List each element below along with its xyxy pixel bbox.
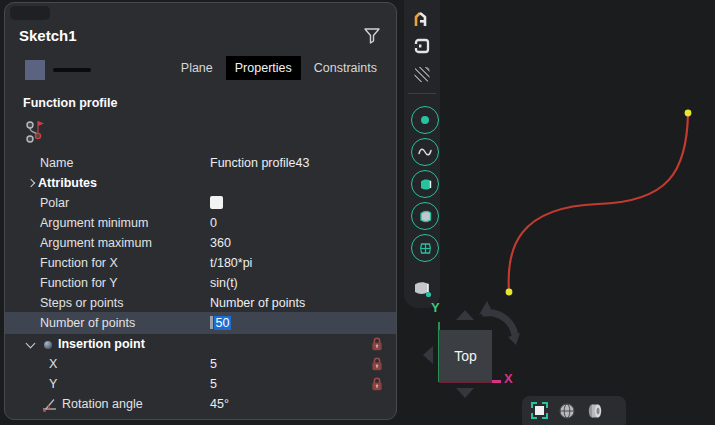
- property-label: Steps or points: [40, 293, 123, 313]
- view-toolbar: [522, 396, 626, 425]
- hatch-tool-button[interactable]: [415, 67, 430, 82]
- property-value[interactable]: 360: [210, 233, 231, 253]
- function-profile-icon: [25, 119, 47, 148]
- tab-properties[interactable]: Properties: [226, 56, 301, 80]
- row-argument-minimum[interactable]: Argument minimum 0: [5, 213, 396, 233]
- toolbar-divider: [408, 93, 436, 94]
- zoom-fit-button[interactable]: [531, 402, 549, 420]
- view-mode-button[interactable]: [585, 402, 603, 420]
- sketch-tool-column: [404, 0, 440, 308]
- journal-tool-button[interactable]: [413, 37, 431, 58]
- line-style-preview[interactable]: [53, 68, 91, 72]
- property-label: Rotation angle: [62, 394, 143, 414]
- filter-button[interactable]: [362, 26, 382, 48]
- row-y[interactable]: Y 5: [5, 374, 396, 394]
- journal-icon: [413, 37, 431, 55]
- surface-tool-button[interactable]: [411, 202, 439, 230]
- number-of-points-input[interactable]: 50: [210, 312, 231, 334]
- row-attributes[interactable]: Attributes: [5, 173, 396, 193]
- steps-dropdown-value[interactable]: Number of points: [210, 293, 305, 313]
- property-label: Function for Y: [40, 273, 118, 293]
- row-steps-or-points[interactable]: Steps or points Number of points: [5, 293, 396, 313]
- function-profile-tool-button[interactable]: [411, 138, 439, 166]
- zoom-fit-icon: [535, 406, 544, 415]
- sine-wave-icon: [416, 143, 434, 161]
- curve-end-point[interactable]: [685, 110, 692, 117]
- property-label: X: [49, 354, 57, 374]
- row-rotation-angle[interactable]: Rotation angle 45°: [5, 394, 396, 414]
- property-label: Function for X: [40, 253, 118, 273]
- property-label: Polar: [40, 193, 69, 213]
- view-cube-label: Top: [454, 348, 477, 364]
- axis-x-line: [439, 381, 492, 383]
- properties-panel: Sketch1 Plane Properties Constraints Fun…: [4, 2, 397, 420]
- property-value[interactable]: sin(t): [210, 273, 238, 293]
- chevron-right-icon[interactable]: [27, 179, 35, 187]
- function-curve-path[interactable]: [509, 113, 688, 292]
- panel-tab-bar: Plane Properties Constraints: [172, 56, 386, 80]
- polar-checkbox[interactable]: [210, 196, 223, 209]
- curve-start-point[interactable]: [506, 289, 513, 296]
- chevron-down-icon[interactable]: [26, 339, 36, 349]
- axis-x-label: X: [504, 371, 513, 386]
- surface-point-tool-button[interactable]: [411, 278, 433, 303]
- surface-filled-icon: [417, 176, 434, 193]
- panel-handle[interactable]: [10, 6, 50, 20]
- section-title: Function profile: [23, 96, 117, 110]
- grid-surface-tool-button[interactable]: [411, 234, 439, 262]
- row-argument-maximum[interactable]: Argument maximum 360: [5, 233, 396, 253]
- property-value[interactable]: t/180*pi: [210, 253, 252, 273]
- row-function-y[interactable]: Function for Y sin(t): [5, 273, 396, 293]
- property-value[interactable]: 45°: [210, 394, 229, 414]
- group-label: Insertion point: [58, 334, 145, 354]
- sketch-color-swatch[interactable]: [25, 60, 45, 80]
- axis-y-label: Y: [431, 300, 440, 315]
- funnel-icon: [362, 26, 382, 48]
- row-name[interactable]: Name Function profile43: [5, 153, 396, 173]
- point-icon: [417, 112, 433, 128]
- selected-text[interactable]: 50: [214, 316, 232, 330]
- row-function-x[interactable]: Function for X t/180*pi: [5, 253, 396, 273]
- nav-arrow-up[interactable]: [456, 310, 474, 320]
- cylinder-icon: [585, 402, 605, 420]
- view-cube[interactable]: Top: [439, 330, 492, 382]
- property-value[interactable]: 5: [210, 354, 217, 374]
- property-label: Argument minimum: [40, 213, 148, 233]
- tab-plane[interactable]: Plane: [172, 56, 222, 80]
- point-icon: [44, 341, 52, 349]
- tab-constraints[interactable]: Constraints: [305, 56, 386, 80]
- property-label: Argument maximum: [40, 233, 152, 253]
- property-value[interactable]: 0: [210, 213, 217, 233]
- row-number-of-points[interactable]: Number of points 50: [5, 312, 396, 334]
- row-insertion-point[interactable]: Insertion point: [5, 334, 396, 354]
- sphere-icon: [558, 402, 576, 420]
- point-tool-button[interactable]: [411, 106, 439, 134]
- surface-icon: [417, 208, 434, 225]
- property-label: Name: [40, 153, 73, 173]
- property-label: Number of points: [40, 312, 135, 334]
- property-label: Y: [49, 374, 57, 394]
- group-label: Attributes: [38, 173, 97, 193]
- panel-title: Sketch1: [19, 27, 77, 44]
- surface-point-icon: [411, 278, 433, 300]
- shaded-view-button[interactable]: [558, 402, 576, 420]
- property-value[interactable]: Function profile43: [210, 153, 309, 173]
- row-polar[interactable]: Polar: [5, 193, 396, 213]
- hatch-icon: [415, 67, 430, 82]
- property-value[interactable]: 5: [210, 374, 217, 394]
- nav-arrow-down[interactable]: [456, 388, 474, 398]
- row-x[interactable]: X 5: [5, 354, 396, 374]
- rotation-angle-icon: [41, 396, 58, 419]
- surface-filled-tool-button[interactable]: [411, 170, 439, 198]
- grid-surface-icon: [417, 240, 434, 257]
- text-caret: [210, 316, 213, 329]
- app-window: Sketch1 Plane Properties Constraints Fun…: [0, 0, 715, 425]
- nav-arrow-left[interactable]: [423, 346, 433, 364]
- home-tool-button[interactable]: [412, 9, 432, 32]
- axis-x-dash: [492, 380, 501, 383]
- home-icon: [412, 9, 432, 29]
